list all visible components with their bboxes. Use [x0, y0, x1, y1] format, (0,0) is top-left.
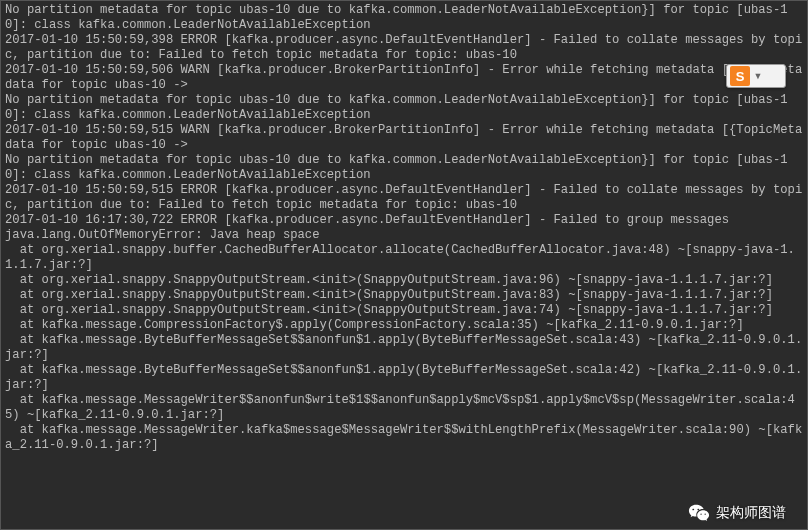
- log-line: 2017-01-10 15:50:59,506 WARN [kafka.prod…: [5, 63, 802, 92]
- log-line: No partition metadata for topic ubas-10 …: [5, 93, 788, 122]
- log-line: at org.xerial.snappy.buffer.CachedBuffer…: [5, 243, 795, 272]
- log-line: at org.xerial.snappy.SnappyOutputStream.…: [5, 303, 773, 317]
- log-line: at org.xerial.snappy.SnappyOutputStream.…: [5, 273, 773, 287]
- ime-indicator[interactable]: S ▼: [726, 64, 786, 88]
- watermark: 架构师图谱: [688, 502, 786, 524]
- log-line: at kafka.message.ByteBufferMessageSet$$a…: [5, 363, 802, 392]
- terminal-output[interactable]: No partition metadata for topic ubas-10 …: [0, 0, 808, 530]
- chevron-down-icon: ▼: [753, 71, 763, 81]
- log-line: at kafka.message.CompressionFactory$.app…: [5, 318, 744, 332]
- log-line: 2017-01-10 15:50:59,398 ERROR [kafka.pro…: [5, 33, 802, 62]
- ime-letter-icon: S: [730, 66, 750, 86]
- log-line: No partition metadata for topic ubas-10 …: [5, 3, 788, 32]
- wechat-icon: [688, 502, 710, 524]
- watermark-text: 架构师图谱: [716, 504, 786, 522]
- log-line: No partition metadata for topic ubas-10 …: [5, 153, 788, 182]
- log-line: at kafka.message.ByteBufferMessageSet$$a…: [5, 333, 802, 362]
- log-line: at kafka.message.MessageWriter$$anonfun$…: [5, 393, 795, 422]
- log-line: at kafka.message.MessageWriter.kafka$mes…: [5, 423, 802, 452]
- log-line: 2017-01-10 16:17:30,722 ERROR [kafka.pro…: [5, 213, 729, 227]
- log-line: java.lang.OutOfMemoryError: Java heap sp…: [5, 228, 320, 242]
- log-line: at org.xerial.snappy.SnappyOutputStream.…: [5, 288, 773, 302]
- log-line: 2017-01-10 15:50:59,515 ERROR [kafka.pro…: [5, 183, 802, 212]
- log-line: 2017-01-10 15:50:59,515 WARN [kafka.prod…: [5, 123, 802, 152]
